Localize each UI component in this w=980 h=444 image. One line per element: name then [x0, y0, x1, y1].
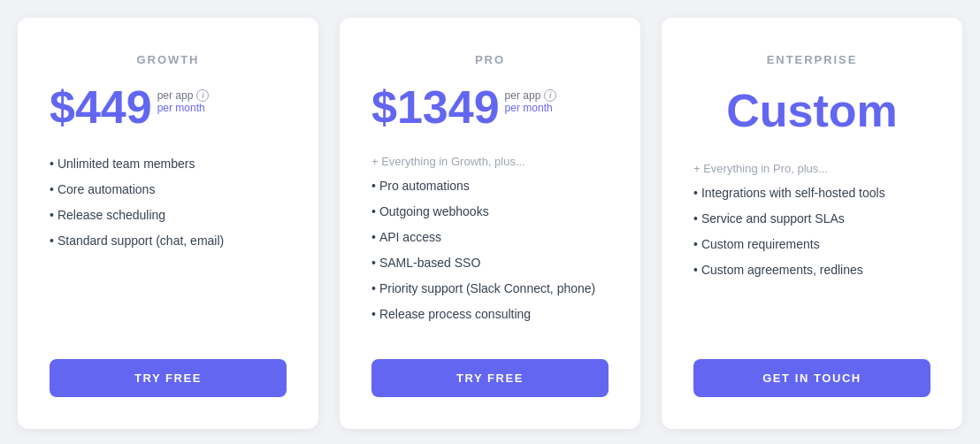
feature-bullet: • [371, 228, 376, 247]
feature-text: Custom agreements, redlines [701, 261, 863, 279]
feature-text: Core automations [57, 180, 156, 199]
feature-text: Integrations with self-hosted tools [701, 184, 885, 203]
features-list-pro: + Everything in Growth, plus...•Pro auto… [371, 155, 609, 331]
feature-item: •Custom requirements [693, 235, 930, 254]
plan-name-growth: GROWTH [50, 53, 287, 66]
pricing-container: GROWTH$449per app iper month•Unlimited t… [18, 18, 962, 429]
feature-bullet: • [371, 254, 376, 272]
feature-text: Release process consulting [379, 305, 531, 324]
pricing-card-pro: PRO$1349per app iper month+ Everything i… [340, 18, 640, 429]
feature-item: •Outgoing webhooks [371, 203, 609, 221]
cta-button-growth[interactable]: TRY FREE [50, 359, 287, 397]
feature-text: Custom requirements [701, 235, 820, 254]
price-row-growth: $449per app iper month [50, 84, 287, 130]
feature-text: API access [379, 228, 441, 247]
feature-bullet: • [693, 210, 698, 228]
feature-text: Priority support (Slack Connect, phone) [379, 279, 595, 298]
feature-item: •Integrations with self-hosted tools [693, 184, 930, 203]
plan-name-enterprise: ENTERPRISE [693, 53, 930, 66]
feature-bullet: • [371, 177, 376, 195]
feature-item: •Service and support SLAs [693, 210, 930, 228]
price-row-pro: $1349per app iper month [371, 84, 609, 130]
price-amount-growth: $449 [50, 84, 152, 130]
info-icon-pro[interactable]: i [544, 89, 556, 102]
feature-bullet: • [50, 232, 54, 250]
feature-item: •Custom agreements, redlines [693, 261, 930, 279]
plan-name-pro: PRO [371, 53, 609, 66]
per-app-label-pro: per app i [505, 89, 557, 102]
feature-bullet: • [693, 235, 698, 254]
feature-bullet: • [50, 206, 54, 225]
features-list-growth: •Unlimited team members•Core automations… [50, 155, 287, 331]
price-suffix-growth: per app iper month [157, 84, 210, 114]
feature-text: Service and support SLAs [701, 210, 845, 228]
features-header-enterprise: + Everything in Pro, plus... [693, 162, 930, 175]
cta-button-enterprise[interactable]: GET IN TOUCH [693, 359, 930, 397]
price-amount-pro: $1349 [371, 84, 500, 130]
feature-text: Release scheduling [57, 206, 165, 225]
feature-bullet: • [50, 180, 54, 199]
feature-text: Pro automations [379, 177, 470, 195]
feature-item: •API access [371, 228, 609, 247]
per-month-label-growth: per month [157, 102, 210, 114]
feature-bullet: • [371, 305, 376, 324]
feature-item: •Priority support (Slack Connect, phone) [371, 279, 609, 298]
price-suffix-pro: per app iper month [505, 84, 557, 114]
feature-bullet: • [371, 279, 376, 298]
feature-item: •Unlimited team members [50, 155, 287, 173]
plan-price-enterprise: Custom [693, 84, 930, 137]
feature-text: Outgoing webhooks [379, 203, 489, 221]
pricing-card-growth: GROWTH$449per app iper month•Unlimited t… [18, 18, 318, 429]
info-icon-growth[interactable]: i [196, 89, 209, 102]
feature-item: •Core automations [50, 180, 287, 199]
feature-item: •Release process consulting [371, 305, 609, 324]
pricing-card-enterprise: ENTERPRISECustom+ Everything in Pro, plu… [662, 18, 962, 429]
per-app-label-growth: per app i [157, 89, 210, 102]
feature-item: •Standard support (chat, email) [50, 232, 287, 250]
feature-item: •Pro automations [371, 177, 609, 195]
cta-button-pro[interactable]: TRY FREE [371, 359, 609, 397]
feature-bullet: • [371, 203, 376, 221]
feature-bullet: • [693, 261, 698, 279]
features-list-enterprise: + Everything in Pro, plus...•Integration… [693, 162, 930, 331]
feature-item: •Release scheduling [50, 206, 287, 225]
feature-text: SAML-based SSO [379, 254, 480, 272]
feature-bullet: • [50, 155, 54, 173]
features-header-pro: + Everything in Growth, plus... [371, 155, 609, 168]
feature-item: •SAML-based SSO [371, 254, 609, 272]
feature-bullet: • [693, 184, 698, 203]
feature-text: Standard support (chat, email) [57, 232, 224, 250]
per-month-label-pro: per month [505, 102, 557, 114]
feature-text: Unlimited team members [57, 155, 195, 173]
